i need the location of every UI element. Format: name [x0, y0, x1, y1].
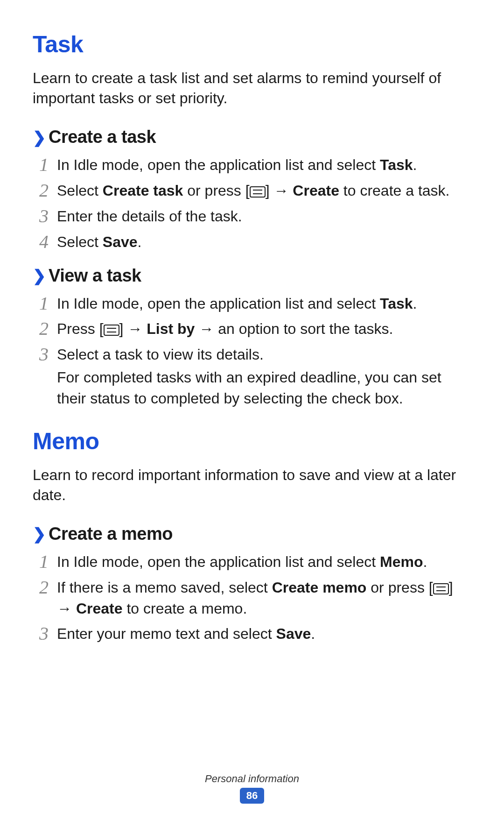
step-number: 3 [33, 623, 49, 643]
menu-icon [433, 583, 449, 594]
step-number: 4 [33, 232, 49, 251]
subheading-label: Create a task [49, 127, 156, 147]
steps-create-memo: 1 In Idle mode, open the application lis… [33, 551, 471, 644]
heading-memo: Memo [33, 428, 471, 455]
steps-create-task: 1 In Idle mode, open the application lis… [33, 155, 471, 252]
step-text: In Idle mode, open the application list … [57, 293, 471, 314]
step-number: 2 [33, 318, 49, 338]
svg-rect-6 [434, 584, 448, 594]
subheading-view-task: ❯ View a task [33, 266, 471, 286]
step-number: 2 [33, 577, 49, 597]
subheading-label: Create a memo [49, 524, 173, 544]
step: 2 Press [] → List by → an option to sort… [33, 318, 471, 339]
step-text: If there is a memo saved, select Create … [57, 577, 471, 619]
step-number: 1 [33, 155, 49, 174]
step-number: 1 [33, 293, 49, 313]
step-number: 1 [33, 551, 49, 571]
step-text: Select Create task or press [] → Create … [57, 180, 471, 201]
subheading-create-memo: ❯ Create a memo [33, 524, 471, 544]
step: 3 Enter your memo text and select Save. [33, 623, 471, 644]
step-number: 3 [33, 206, 49, 226]
step: 3 Enter the details of the task. [33, 206, 471, 227]
manual-page: Task Learn to create a task list and set… [0, 0, 504, 827]
step-text: Enter the details of the task. [57, 206, 471, 227]
svg-rect-0 [250, 187, 265, 197]
menu-icon [104, 325, 119, 336]
task-intro: Learn to create a task list and set alar… [33, 68, 471, 108]
page-number: 86 [240, 788, 264, 804]
menu-icon [250, 186, 266, 198]
svg-rect-3 [104, 325, 119, 335]
subheading-create-task: ❯ Create a task [33, 127, 471, 147]
step-number: 2 [33, 180, 49, 200]
step: 2 If there is a memo saved, select Creat… [33, 577, 471, 619]
step-text: In Idle mode, open the application list … [57, 155, 471, 176]
step: 1 In Idle mode, open the application lis… [33, 293, 471, 314]
heading-task: Task [33, 31, 471, 58]
step-text: Select Save. [57, 232, 471, 253]
step-text: Enter your memo text and select Save. [57, 623, 471, 644]
chevron-icon: ❯ [33, 129, 46, 145]
step-text: Press [] → List by → an option to sort t… [57, 318, 471, 339]
steps-view-task: 1 In Idle mode, open the application lis… [33, 293, 471, 409]
step: 3 Select a task to view its details. For… [33, 344, 471, 409]
page-footer: Personal information 86 [0, 773, 504, 804]
step-text: Select a task to view its details. For c… [57, 344, 471, 409]
step: 4 Select Save. [33, 232, 471, 253]
footer-section-label: Personal information [0, 773, 504, 785]
chevron-icon: ❯ [33, 526, 46, 542]
step-number: 3 [33, 344, 49, 364]
memo-intro: Learn to record important information to… [33, 465, 471, 505]
step-subtext: For completed tasks with an expired dead… [57, 367, 471, 409]
step: 1 In Idle mode, open the application lis… [33, 155, 471, 176]
step-text: In Idle mode, open the application list … [57, 551, 471, 573]
step: 2 Select Create task or press [] → Creat… [33, 180, 471, 201]
step: 1 In Idle mode, open the application lis… [33, 551, 471, 573]
subheading-label: View a task [49, 266, 141, 286]
chevron-icon: ❯ [33, 268, 46, 283]
